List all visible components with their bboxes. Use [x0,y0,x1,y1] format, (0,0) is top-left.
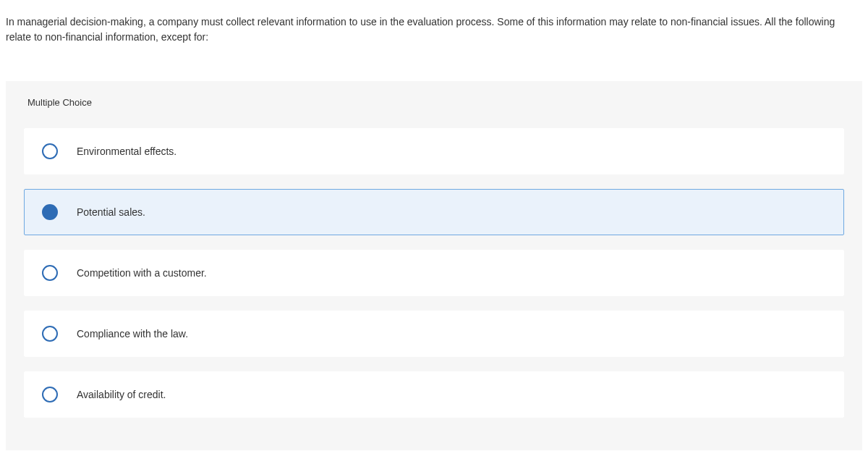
quiz-container: Multiple Choice Environmental effects. P… [6,81,862,450]
options-list: Environmental effects. Potential sales. … [6,121,862,450]
question-stem: In managerial decision-making, a company… [0,0,868,52]
option-label: Availability of credit. [77,389,166,400]
quiz-type-label: Multiple Choice [6,81,862,121]
quiz-page: In managerial decision-making, a company… [0,0,868,450]
option-1[interactable]: Potential sales. [24,189,844,235]
option-3[interactable]: Compliance with the law. [24,311,844,357]
option-0[interactable]: Environmental effects. [24,128,844,174]
radio-icon [42,326,58,342]
option-2[interactable]: Competition with a customer. [24,250,844,296]
option-label: Potential sales. [77,206,145,218]
option-label: Environmental effects. [77,146,176,157]
radio-icon [42,204,58,220]
radio-icon [42,387,58,402]
option-4[interactable]: Availability of credit. [24,371,844,418]
option-label: Competition with a customer. [77,267,207,279]
option-label: Compliance with the law. [77,328,188,340]
radio-icon [42,265,58,281]
radio-icon [42,143,58,159]
